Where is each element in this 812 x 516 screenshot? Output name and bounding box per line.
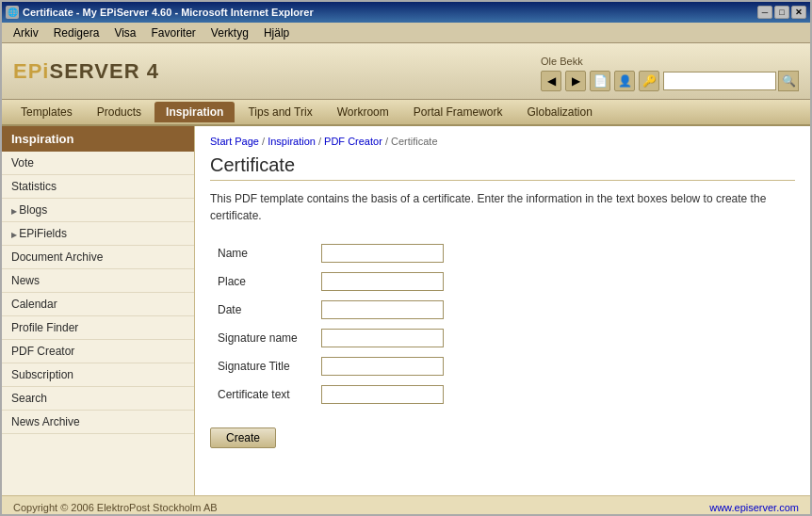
- breadcrumb-current: Certificate: [391, 136, 438, 147]
- form-row-name: Name: [210, 239, 451, 267]
- certificate-form: Name Place Date Signature name Signature…: [210, 239, 451, 409]
- nav-bar: Templates Products Inspiration Tips and …: [2, 100, 810, 126]
- label-date: Date: [210, 296, 314, 324]
- sidebar-item-document-archive[interactable]: Document Archive: [2, 246, 194, 269]
- nav-workroom[interactable]: Workroom: [326, 102, 400, 122]
- footer: Copyright © 2006 ElektroPost Stockholm A…: [2, 495, 810, 516]
- page-title: Certificate: [210, 154, 795, 181]
- menu-arkiv[interactable]: Arkiv: [6, 24, 46, 41]
- sidebar-header: Inspiration: [2, 126, 194, 152]
- sidebar-item-calendar[interactable]: Calendar: [2, 293, 194, 316]
- key-icon[interactable]: 🔑: [639, 71, 659, 91]
- label-sig-title: Signature Title: [210, 352, 314, 380]
- breadcrumb-inspiration[interactable]: Inspiration: [268, 136, 316, 147]
- input-date[interactable]: [321, 300, 444, 319]
- form-row-date: Date: [210, 296, 451, 324]
- sidebar-item-statistics[interactable]: Statistics: [2, 175, 194, 199]
- search-button[interactable]: 🔍: [778, 71, 799, 91]
- label-name: Name: [210, 239, 314, 267]
- nav-templates[interactable]: Templates: [9, 102, 84, 122]
- footer-link[interactable]: www.episerver.com: [709, 502, 799, 513]
- input-name[interactable]: [321, 244, 444, 263]
- page-description: This PDF template contains the basis of …: [210, 190, 795, 224]
- form-row-cert-text: Certificate text: [210, 380, 451, 409]
- search-input[interactable]: [663, 72, 776, 90]
- sidebar-item-subscription[interactable]: Subscription: [2, 363, 194, 387]
- sidebar-item-pdf-creator[interactable]: PDF Creator: [2, 340, 194, 363]
- main-area: Inspiration Vote Statistics Blogs EPiFie…: [2, 126, 810, 495]
- sidebar: Inspiration Vote Statistics Blogs EPiFie…: [2, 126, 195, 495]
- close-button[interactable]: ✕: [791, 6, 806, 19]
- footer-copyright: Copyright © 2006 ElektroPost Stockholm A…: [13, 502, 218, 513]
- breadcrumb-start[interactable]: Start Page: [210, 136, 259, 147]
- sidebar-item-news[interactable]: News: [2, 269, 194, 293]
- label-place: Place: [210, 267, 314, 296]
- header: EPiSERVER 4 Ole Bekk ◀ ▶ 📄 👤 🔑 🔍: [2, 43, 810, 100]
- menu-bar: Arkiv Redigera Visa Favoriter Verktyg Hj…: [2, 23, 810, 43]
- sidebar-item-blogs[interactable]: Blogs: [2, 199, 194, 222]
- forward-icon[interactable]: ▶: [565, 71, 586, 91]
- title-bar: 🌐 Certificate - My EPiServer 4.60 - Micr…: [2, 2, 810, 23]
- form-row-sig-name: Signature name: [210, 324, 451, 352]
- nav-tips[interactable]: Tips and Trix: [236, 102, 323, 122]
- breadcrumb: Start Page / Inspiration / PDF Creator /…: [210, 136, 795, 147]
- sidebar-item-epifields[interactable]: EPiFields: [2, 222, 194, 246]
- sidebar-item-profile-finder[interactable]: Profile Finder: [2, 316, 194, 340]
- input-place[interactable]: [321, 272, 444, 291]
- sidebar-item-search[interactable]: Search: [2, 387, 194, 411]
- menu-visa[interactable]: Visa: [106, 24, 143, 41]
- menu-redigera[interactable]: Redigera: [46, 24, 107, 41]
- nav-products[interactable]: Products: [86, 102, 153, 122]
- label-sig-name: Signature name: [210, 324, 314, 352]
- content-area: Start Page / Inspiration / PDF Creator /…: [195, 126, 810, 495]
- app-icon: 🌐: [6, 6, 19, 19]
- header-toolbar: ◀ ▶ 📄 👤 🔑 🔍: [541, 71, 799, 91]
- sidebar-item-news-archive[interactable]: News Archive: [2, 411, 194, 434]
- input-sig-name[interactable]: [321, 329, 444, 347]
- nav-inspiration[interactable]: Inspiration: [154, 102, 235, 122]
- input-cert-text[interactable]: [321, 385, 444, 404]
- back-icon[interactable]: ◀: [541, 71, 561, 91]
- page-icon[interactable]: 📄: [590, 71, 610, 91]
- menu-favoriter[interactable]: Favoriter: [144, 24, 203, 41]
- menu-verktyg[interactable]: Verktyg: [203, 24, 256, 41]
- maximize-button[interactable]: □: [774, 6, 789, 19]
- logo: EPiSERVER 4: [13, 59, 159, 84]
- form-row-place: Place: [210, 267, 451, 296]
- search-box: 🔍: [663, 71, 799, 91]
- create-button[interactable]: Create: [210, 427, 276, 448]
- menu-hjalp[interactable]: Hjälp: [256, 24, 297, 41]
- form-row-sig-title: Signature Title: [210, 352, 451, 380]
- breadcrumb-pdf-creator[interactable]: PDF Creator: [324, 136, 382, 147]
- user-icon[interactable]: 👤: [614, 71, 635, 91]
- user-name: Ole Bekk: [541, 56, 583, 67]
- sidebar-item-vote[interactable]: Vote: [2, 152, 194, 175]
- nav-portal[interactable]: Portal Framework: [402, 102, 514, 122]
- minimize-button[interactable]: ─: [757, 6, 772, 19]
- nav-globalization[interactable]: Globalization: [515, 102, 603, 122]
- label-cert-text: Certificate text: [210, 380, 314, 409]
- window-title: Certificate - My EPiServer 4.60 - Micros…: [23, 7, 314, 18]
- input-sig-title[interactable]: [321, 357, 444, 376]
